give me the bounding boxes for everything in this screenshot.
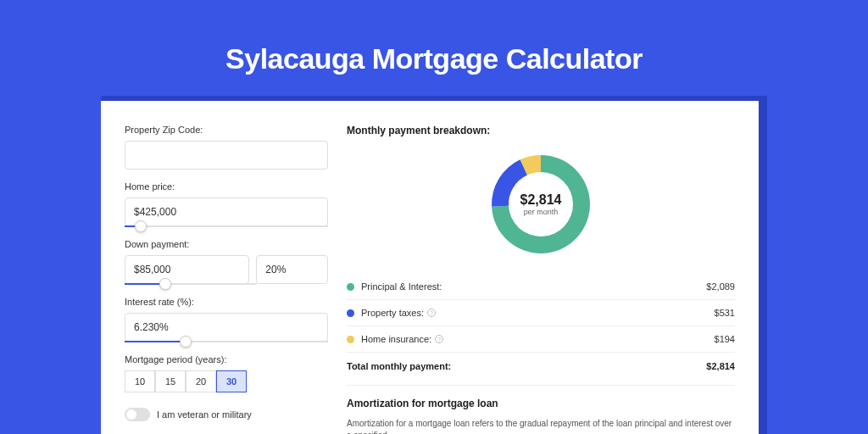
form-column: Property Zip Code: Home price: Down paym… (125, 125, 328, 434)
down-payment-pct-input[interactable] (256, 255, 328, 284)
period-option-15[interactable]: 15 (155, 370, 186, 392)
legend-row: Home insurance:?$194 (347, 326, 735, 352)
legend-label: Principal & Interest: (361, 281, 706, 292)
veteran-toggle[interactable] (125, 408, 150, 421)
donut-chart-wrap: $2,814 per month (347, 150, 735, 259)
info-icon[interactable]: ? (435, 335, 443, 343)
home-price-input[interactable] (125, 198, 328, 226)
slider-thumb[interactable] (159, 278, 171, 290)
toggle-knob (126, 409, 136, 420)
donut-center: $2,814 per month (520, 192, 562, 216)
legend-row: Property taxes:?$531 (347, 300, 735, 326)
legend-value: $194 (715, 334, 735, 344)
legend-dot (347, 309, 354, 317)
zip-label: Property Zip Code: (125, 125, 328, 135)
legend-label: Property taxes:? (361, 308, 715, 318)
donut-amount: $2,814 (520, 192, 562, 208)
home-price-label: Home price: (125, 181, 328, 192)
down-payment-slider[interactable] (125, 283, 257, 285)
legend-label: Home insurance:? (361, 334, 715, 344)
period-field: Mortgage period (years): 10152030 (125, 354, 328, 392)
page-root: Sylacauga Mortgage Calculator Property Z… (0, 0, 868, 434)
total-row: Total monthly payment: $2,814 (347, 353, 735, 380)
legend-dot (347, 336, 354, 343)
veteran-label: I am veteran or military (157, 409, 252, 420)
period-options: 10152030 (125, 370, 328, 392)
home-price-field: Home price: (125, 181, 328, 227)
interest-slider[interactable] (125, 341, 328, 342)
donut-sub: per month (520, 208, 562, 216)
interest-input[interactable] (125, 313, 328, 342)
zip-input[interactable] (125, 141, 328, 170)
breakdown-column: Monthly payment breakdown: $2,814 per mo… (347, 125, 735, 434)
legend-value: $2,089 (706, 281, 735, 292)
interest-label: Interest rate (%): (125, 297, 328, 307)
divider (347, 385, 735, 386)
interest-field: Interest rate (%): (125, 297, 328, 342)
period-label: Mortgage period (years): (125, 354, 328, 364)
period-option-10[interactable]: 10 (125, 370, 155, 392)
home-price-slider[interactable] (125, 225, 328, 227)
total-label: Total monthly payment: (347, 361, 706, 371)
slider-thumb[interactable] (135, 220, 147, 232)
period-option-20[interactable]: 20 (186, 370, 216, 392)
amortization-title: Amortization for mortgage loan (347, 398, 735, 409)
period-option-30[interactable]: 30 (216, 370, 247, 392)
legend-list: Principal & Interest:$2,089Property taxe… (347, 274, 735, 352)
calculator-card: Property Zip Code: Home price: Down paym… (101, 101, 759, 434)
legend-dot (347, 283, 354, 291)
total-value: $2,814 (706, 361, 735, 371)
down-payment-label: Down payment: (125, 239, 328, 249)
legend-row: Principal & Interest:$2,089 (347, 274, 735, 299)
down-payment-field: Down payment: (125, 239, 328, 285)
donut-chart: $2,814 per month (487, 150, 595, 259)
down-payment-input[interactable] (125, 255, 249, 284)
legend-value: $531 (715, 308, 735, 318)
breakdown-title: Monthly payment breakdown: (347, 125, 735, 136)
card-shadow: Property Zip Code: Home price: Down paym… (101, 96, 767, 434)
info-icon[interactable]: ? (427, 309, 436, 317)
zip-field: Property Zip Code: (125, 125, 328, 170)
amortization-text: Amortization for a mortgage loan refers … (347, 418, 735, 434)
page-title: Sylacauga Mortgage Calculator (0, 42, 868, 75)
veteran-row: I am veteran or military (125, 408, 328, 421)
slider-thumb[interactable] (180, 336, 192, 348)
